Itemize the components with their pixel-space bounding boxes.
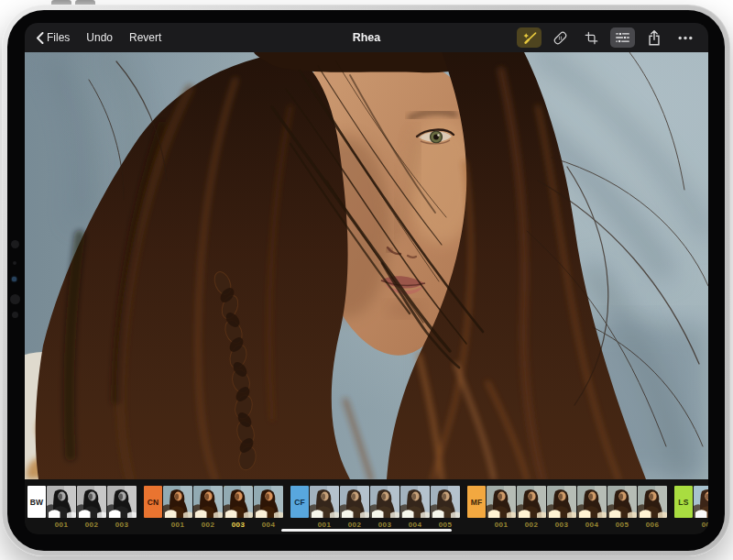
filter-thumb-cf-005[interactable] <box>431 486 460 518</box>
filter-group-ls: LS001 <box>674 486 708 529</box>
filter-group-header-col: MF <box>467 486 486 518</box>
more-button[interactable] <box>673 27 697 48</box>
filter-thumb-cf-003[interactable] <box>370 486 399 518</box>
filter-thumb-mf-004[interactable] <box>577 486 607 518</box>
filter-thumb-cf-004[interactable] <box>400 486 430 518</box>
bandage-icon <box>552 30 568 46</box>
filter-thumb-col: 003 <box>370 486 399 529</box>
revert-button[interactable]: Revert <box>129 31 161 44</box>
filter-group-cf: CF001002003004005 <box>290 486 461 529</box>
filter-thumb-col: 002 <box>340 486 369 529</box>
filter-thumb-col: 001 <box>310 486 339 529</box>
photo-canvas[interactable] <box>25 52 708 479</box>
back-files-button[interactable]: Files <box>36 31 70 44</box>
adjustments-button[interactable] <box>610 27 635 48</box>
filter-thumb-cf-002[interactable] <box>340 486 369 518</box>
filter-thumb-bw-002[interactable] <box>77 486 106 518</box>
filter-thumb-col: 001 <box>487 486 516 529</box>
filter-group-tile-bw[interactable]: BW <box>27 486 46 518</box>
filter-thumb-label: 001 <box>702 521 708 529</box>
filter-thumb-label: 001 <box>318 521 332 529</box>
filmstrip-scrollbar[interactable] <box>281 529 452 532</box>
crop-button[interactable] <box>579 27 604 48</box>
camera-sensor-icon <box>10 294 20 304</box>
filter-thumb-label: 004 <box>409 521 422 529</box>
share-button[interactable] <box>641 27 666 48</box>
filter-thumb-cn-002[interactable] <box>193 486 223 518</box>
ellipsis-icon <box>678 36 693 40</box>
filter-group-header-col: LS <box>674 486 693 518</box>
filter-thumb-label: 003 <box>555 521 569 529</box>
crop-icon <box>585 31 598 45</box>
filters-wand-icon <box>521 31 538 45</box>
toolbar-right-group <box>517 27 697 48</box>
filters-button[interactable] <box>517 27 542 48</box>
filter-thumb-bw-003[interactable] <box>107 486 137 518</box>
heal-button[interactable] <box>548 27 573 48</box>
filter-thumb-mf-006[interactable] <box>638 486 667 518</box>
filter-group-tile-ls[interactable]: LS <box>674 486 693 518</box>
filter-thumb-cn-004[interactable] <box>254 486 283 518</box>
filter-thumb-col: 005 <box>431 486 460 529</box>
filter-thumb-mf-003[interactable] <box>547 486 576 518</box>
filter-group-header-col: BW <box>27 486 46 518</box>
filter-thumb-label: 001 <box>55 521 69 529</box>
revert-label: Revert <box>129 31 161 44</box>
filter-thumb-label: 004 <box>262 521 276 529</box>
filter-thumb-label: 006 <box>646 521 660 529</box>
filter-thumb-col: 003 <box>224 486 253 529</box>
filter-thumb-mf-005[interactable] <box>607 486 637 518</box>
filter-thumb-bw-001[interactable] <box>47 486 76 518</box>
filter-thumb-label: 002 <box>85 521 99 529</box>
filter-thumb-mf-002[interactable] <box>517 486 546 518</box>
undo-button[interactable]: Undo <box>86 31 113 44</box>
front-camera-icon <box>12 277 16 281</box>
filter-thumb-col: 003 <box>107 486 137 529</box>
filter-thumb-label: 005 <box>439 521 453 529</box>
filter-thumb-label: 005 <box>616 521 629 529</box>
filter-group-header-col: CF <box>290 486 309 518</box>
filter-thumb-col: 005 <box>607 486 637 529</box>
filter-thumb-cn-001[interactable] <box>163 486 192 518</box>
filter-group-cn: CN001002003004 <box>144 486 284 529</box>
filter-thumb-label: 002 <box>348 521 362 529</box>
device-frame: Files Undo Revert Rhea <box>2 5 730 556</box>
filter-thumb-ls-001[interactable] <box>694 486 708 518</box>
filter-thumb-mf-001[interactable] <box>487 486 516 518</box>
ipad-device: Files Undo Revert Rhea <box>0 0 733 560</box>
filter-thumb-label: 001 <box>495 521 509 529</box>
filter-thumb-label: 001 <box>171 521 185 529</box>
filter-thumb-cf-001[interactable] <box>310 486 339 518</box>
filter-thumb-label: 003 <box>232 521 246 529</box>
files-label: Files <box>47 31 70 44</box>
filter-thumb-col: 004 <box>400 486 430 529</box>
toolbar-left-group: Files Undo Revert <box>36 31 161 44</box>
device-bezel: Files Undo Revert Rhea <box>7 10 725 551</box>
filter-group-mf: MF001002003004005006 <box>467 486 668 529</box>
filter-group-tile-cf[interactable]: CF <box>290 486 309 518</box>
filter-thumb-label: 003 <box>115 521 129 529</box>
camera-sensor-icon <box>12 312 18 318</box>
filter-thumb-col: 006 <box>638 486 667 529</box>
top-toolbar: Files Undo Revert Rhea <box>25 23 708 52</box>
filter-thumb-label: 003 <box>378 521 392 529</box>
filter-thumb-label: 002 <box>525 521 539 529</box>
camera-sensor-icon <box>13 261 16 265</box>
filter-thumb-col: 004 <box>577 486 607 529</box>
filter-thumb-col: 001 <box>694 486 708 529</box>
filter-group-tile-cn[interactable]: CN <box>144 486 162 518</box>
filter-thumb-label: 004 <box>585 521 599 529</box>
app-screen: Files Undo Revert Rhea <box>25 23 708 534</box>
filter-thumb-col: 001 <box>47 486 76 529</box>
filter-group-tile-mf[interactable]: MF <box>467 486 486 518</box>
chevron-left-icon <box>36 32 44 44</box>
filter-group-header-col: CN <box>144 486 162 518</box>
filter-thumb-col: 004 <box>254 486 283 529</box>
filter-filmstrip: BW001002003CN001002003004CF0010020030040… <box>25 479 708 534</box>
filter-group-bw: BW001002003 <box>27 486 137 529</box>
filter-thumb-col: 002 <box>193 486 223 529</box>
filter-thumb-label: 002 <box>202 521 215 529</box>
portrait-photo <box>25 52 708 479</box>
filter-thumb-col: 002 <box>517 486 546 529</box>
filter-thumb-cn-003[interactable] <box>224 486 253 518</box>
